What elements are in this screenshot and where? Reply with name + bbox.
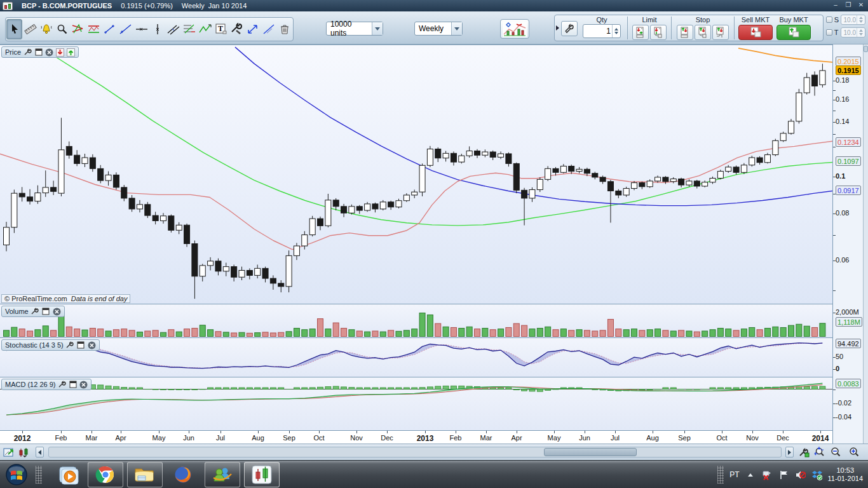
horizontal-line-tool[interactable] — [133, 19, 149, 39]
dropbox-icon[interactable] — [811, 470, 822, 480]
clock[interactable]: 10:53 11-01-2014 — [828, 466, 867, 483]
time-tick — [486, 431, 487, 433]
wrench-icon[interactable] — [66, 341, 74, 349]
candlestick-settings-icon[interactable] — [18, 446, 31, 459]
horizontal-scrollbar-thumb[interactable] — [544, 448, 637, 456]
zoom-out-button[interactable] — [829, 446, 842, 459]
show-hidden-icons-button[interactable] — [745, 470, 756, 480]
sell-arrow-icon[interactable] — [56, 48, 64, 57]
window-icon[interactable] — [34, 48, 43, 57]
stop-value-input[interactable]: 10.0 — [841, 15, 865, 25]
channel-zigzag-tool[interactable] — [86, 19, 102, 39]
pointer-tool[interactable] — [6, 19, 22, 39]
dropdown-arrow-icon[interactable] — [372, 22, 383, 35]
trailing-checkbox[interactable] — [826, 29, 832, 36]
window-icon[interactable] — [69, 381, 77, 389]
dropdown-arrow-icon[interactable] — [451, 22, 462, 35]
language-indicator[interactable]: PT — [729, 470, 739, 479]
volume-bar — [168, 330, 174, 337]
sell-limit-order-button[interactable] — [650, 25, 667, 40]
parallel-lines-tool[interactable] — [165, 19, 181, 39]
macd-panel-header[interactable]: MACD (12 26 9) — [1, 379, 92, 390]
close-icon[interactable] — [45, 48, 53, 57]
order-settings-wrench-button[interactable] — [561, 21, 578, 36]
units-dropdown[interactable]: 10000 units — [326, 22, 383, 36]
taskbar-item-chrome[interactable] — [88, 462, 123, 487]
minimize-button[interactable]: – — [831, 1, 840, 8]
network-disconnected-icon[interactable] — [762, 470, 773, 480]
chart-options-wrench-icon[interactable] — [798, 446, 811, 459]
buy-arrow-icon[interactable] — [67, 48, 75, 57]
wrench-icon[interactable] — [31, 308, 39, 316]
window-titlebar[interactable]: BCP - B.COM.PORTUGUES 0.1915 (+0.79%) We… — [0, 0, 868, 11]
candle — [66, 146, 72, 155]
buy-limit-order-button[interactable] — [632, 25, 649, 40]
fibonacci-tool[interactable] — [181, 19, 197, 39]
alert-bell-tool[interactable] — [38, 19, 54, 39]
oblique-line-tool[interactable] — [261, 19, 276, 39]
stop-order-button-1[interactable] — [677, 25, 693, 40]
settings-tools-icon[interactable] — [229, 19, 245, 39]
taskbar-item-prorealtime[interactable] — [244, 462, 280, 487]
time-axis: 2012FebMarAprMayJunJulAugSepOctNovDec201… — [0, 430, 832, 444]
trading-panel-expander[interactable] — [555, 15, 560, 41]
taskbar-item-mediaplayer[interactable] — [51, 462, 86, 487]
vertical-line-tool[interactable] — [149, 19, 165, 39]
chart-style-button[interactable] — [500, 19, 529, 39]
price-axis-label: 0.1 — [836, 172, 845, 180]
wrench-icon[interactable] — [58, 381, 66, 389]
data-note-text: Data is end of day — [71, 295, 128, 302]
zoom-in-button[interactable] — [848, 446, 860, 459]
volume-bar — [789, 325, 794, 336]
stop-order-button-3[interactable] — [712, 25, 729, 40]
stochastic-panel-header[interactable]: Stochastic (14 3 5) — [1, 339, 100, 351]
scroll-up-icon[interactable] — [864, 46, 868, 52]
buy-market-button[interactable] — [776, 25, 811, 40]
segment-tool[interactable] — [102, 19, 118, 39]
start-button[interactable] — [3, 462, 31, 487]
move-arrows-tool[interactable] — [245, 19, 261, 39]
taskbar-item-firefox[interactable] — [165, 462, 201, 487]
trailing-value-input[interactable]: 10.0 — [841, 27, 865, 37]
candle — [632, 183, 637, 189]
scroll-right-button[interactable] — [785, 447, 794, 458]
scroll-left-button[interactable] — [36, 447, 44, 458]
close-icon[interactable] — [88, 341, 96, 349]
qty-spinner[interactable] — [612, 25, 620, 37]
candle — [270, 278, 276, 283]
qty-value: 1 — [583, 27, 612, 36]
volume-panel-header[interactable]: Volume — [1, 306, 65, 317]
volume-muted-icon[interactable] — [795, 470, 806, 480]
timeframe-dropdown[interactable]: Weekly — [414, 22, 463, 36]
wrench-icon[interactable] — [24, 48, 32, 57]
restore-button[interactable]: ❐ — [844, 1, 853, 8]
zoom-tool[interactable] — [54, 19, 70, 39]
stop-checkbox[interactable] — [826, 17, 832, 23]
price-panel-header[interactable]: Price — [1, 46, 79, 58]
sell-market-button[interactable] — [738, 25, 773, 40]
trendline-tool[interactable] — [118, 19, 133, 39]
ruler-tool[interactable] — [22, 19, 38, 39]
action-center-flag-icon[interactable] — [778, 470, 789, 480]
close-icon[interactable] — [79, 381, 88, 389]
stochastic-axis-label: 94.492 — [836, 339, 861, 348]
close-icon[interactable] — [53, 308, 61, 316]
window-icon[interactable] — [42, 308, 50, 316]
horizontal-scrollbar-track[interactable] — [48, 447, 782, 458]
qty-input[interactable]: 1 — [583, 24, 621, 38]
pattern-detection-tool[interactable] — [70, 19, 86, 39]
zoom-fit-button[interactable] — [813, 446, 826, 459]
close-button[interactable]: ✕ — [857, 1, 865, 8]
text-tool[interactable]: T — [213, 19, 229, 39]
taskbar-item-messenger[interactable] — [205, 462, 240, 487]
vertical-scrollbar[interactable] — [863, 44, 868, 444]
price-axis-strip[interactable]: 0.20150.19150.180.160.140.12340.10970.10… — [832, 44, 863, 444]
window-icon[interactable] — [77, 341, 85, 349]
export-chart-icon[interactable] — [3, 446, 15, 459]
taskbar-item-explorer[interactable] — [127, 462, 163, 487]
zigzag-fractal-tool[interactable] — [197, 19, 213, 39]
price-chart-canvas[interactable] — [0, 44, 832, 430]
delete-tool[interactable] — [276, 19, 292, 39]
time-axis-label: Oct — [313, 434, 324, 442]
stop-order-button-2[interactable] — [695, 25, 711, 40]
